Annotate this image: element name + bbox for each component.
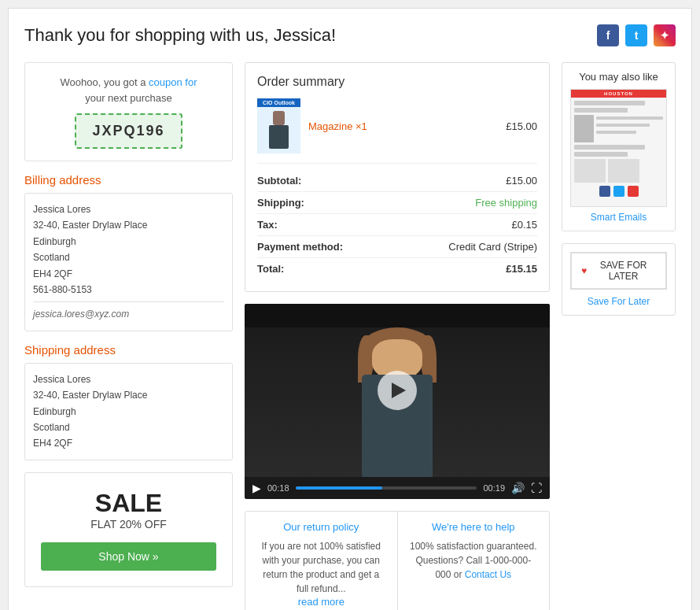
shipping-city: Edinburgh [33, 404, 224, 420]
total-label: Total: [257, 263, 284, 275]
payment-label: Payment method: [257, 241, 343, 253]
shop-now-button[interactable]: Shop Now » [41, 542, 216, 571]
video-controls: ▶ 00:18 00:19 🔊 ⛶ [245, 477, 550, 499]
save-for-later-button[interactable]: ♥ SAVE FOR LATER [570, 252, 667, 290]
coupon-code[interactable]: JXPQ196 [75, 113, 182, 149]
shipping-region: Scotland [33, 420, 224, 435]
shipping-address-box: Jessica Lores 32-40, Easter Drylaw Place… [24, 363, 233, 460]
sale-subtitle: FLAT 20% OFF [41, 518, 216, 531]
shipping-label: Shipping: [257, 197, 304, 209]
billing-address-box: Jessica Lores 32-40, Easter Drylaw Place… [24, 193, 233, 331]
video-progress-bar[interactable] [296, 486, 477, 490]
order-summary: Order summary CIO Outlook Magazine [245, 62, 550, 292]
video-time-total: 00:19 [483, 483, 505, 493]
right-panel: You may also like HOUSTON [562, 62, 676, 610]
billing-name: Jessica Lores [33, 201, 224, 217]
product-thumbnail[interactable]: HOUSTON [570, 89, 667, 207]
sale-box: SALE FLAT 20% OFF Shop Now » [24, 472, 233, 587]
coupon-link[interactable]: coupon for [149, 76, 197, 88]
product-name[interactable]: Smart Emails [570, 212, 667, 223]
video-progress-fill [296, 486, 383, 490]
policy-row: Our return policy If you are not 100% sa… [245, 511, 550, 610]
thumb-header: HOUSTON [571, 90, 666, 98]
you-may-like-section: You may also like HOUSTON [562, 62, 676, 231]
magazine-cover: CIO Outlook [257, 98, 300, 153]
billing-region: Scotland [33, 250, 224, 265]
full-layout: Woohoo, you got a coupon for your next p… [24, 62, 676, 610]
video-time-current: 00:18 [267, 483, 289, 493]
tax-value: £0.15 [511, 219, 537, 231]
thumb-body [571, 98, 666, 206]
help-col: We're here to help 100% satisfaction gua… [398, 512, 550, 610]
thumb-row-1 [574, 101, 645, 105]
svg-rect-1 [269, 125, 289, 149]
svg-rect-0 [273, 111, 285, 125]
total-value: £15.15 [506, 263, 537, 275]
subtotal-row: Subtotal: £15.00 [257, 170, 537, 192]
help-title: We're here to help [410, 521, 538, 533]
tax-row: Tax: £0.15 [257, 214, 537, 236]
magazine-person-svg [265, 111, 293, 150]
video-section: ▶ 00:18 00:19 🔊 ⛶ [245, 304, 550, 499]
magazine-header: CIO Outlook [257, 98, 300, 107]
shipping-section: Shipping address Jessica Lores 32-40, Ea… [24, 343, 233, 460]
thumb-row-4 [574, 152, 628, 157]
save-for-later-box: ♥ SAVE FOR LATER Save For Later [562, 243, 676, 316]
return-policy-link[interactable]: read more [286, 586, 356, 610]
return-policy-col: Our return policy If you are not 100% sa… [245, 512, 398, 610]
coupon-text: Woohoo, you got a coupon for your next p… [37, 75, 220, 105]
billing-postcode: EH4 2QF [33, 266, 224, 282]
billing-phone: 561-880-5153 [33, 282, 224, 298]
fullscreen-icon[interactable]: ⛶ [531, 482, 542, 494]
shipping-postcode: EH4 2QF [33, 435, 224, 451]
heart-icon: ♥ [581, 265, 587, 276]
shipping-address1: 32-40, Easter Drylaw Place [33, 387, 224, 403]
payment-row: Payment method: Credit Card (Stripe) [257, 236, 537, 258]
right-content: Order summary CIO Outlook Magazine [245, 62, 550, 610]
facebook-icon[interactable]: f [597, 24, 619, 46]
instagram-icon[interactable]: ✦ [654, 24, 676, 46]
order-item: CIO Outlook Magazine ×1 £15.00 [257, 98, 537, 164]
order-summary-title: Order summary [257, 75, 537, 89]
coupon-box: Woohoo, you got a coupon for your next p… [24, 62, 233, 161]
left-sidebar: Woohoo, you got a coupon for your next p… [24, 62, 233, 610]
video-play-button[interactable] [378, 371, 417, 410]
page-header: Thank you for shopping with us, Jessica!… [24, 24, 676, 46]
play-triangle-icon [392, 383, 406, 398]
payment-value: Credit Card (Stripe) [448, 241, 537, 253]
video-play-icon[interactable]: ▶ [252, 482, 261, 494]
you-may-like-title: You may also like [570, 71, 667, 83]
billing-title: Billing address [24, 173, 233, 187]
subtotal-label: Subtotal: [257, 175, 301, 187]
return-policy-title: Our return policy [257, 521, 385, 533]
volume-icon[interactable]: 🔊 [511, 482, 525, 494]
billing-section: Billing address Jessica Lores 32-40, Eas… [24, 173, 233, 331]
order-item-price: £15.00 [506, 120, 537, 132]
sale-title: SALE [41, 489, 216, 518]
order-item-name: Magazine ×1 [308, 120, 367, 132]
magazine-body [257, 107, 300, 153]
tax-label: Tax: [257, 219, 278, 231]
shipping-row: Shipping: Free shipping [257, 192, 537, 214]
page-wrapper: Thank you for shopping with us, Jessica!… [8, 8, 692, 610]
shipping-name: Jessica Lores [33, 372, 224, 387]
subtotal-value: £15.00 [506, 175, 537, 187]
video-placeholder[interactable] [245, 304, 550, 477]
twitter-icon[interactable]: t [625, 24, 647, 46]
shipping-value: Free shipping [475, 197, 537, 209]
page-title: Thank you for shopping with us, Jessica! [24, 25, 336, 46]
shipping-title: Shipping address [24, 343, 233, 357]
billing-address1: 32-40, Easter Drylaw Place [33, 217, 224, 233]
save-for-later-label[interactable]: Save For Later [570, 296, 667, 307]
help-text: 100% satisfaction guaranteed. Questions?… [410, 539, 538, 582]
contact-us-link[interactable]: Contact Us [465, 569, 511, 580]
thumb-row-2 [574, 108, 628, 113]
thumb-row-3 [574, 145, 645, 150]
billing-city: Edinburgh [33, 234, 224, 250]
billing-email: jessica.lores@xyz.com [33, 301, 224, 322]
social-icons: f t ✦ [597, 24, 676, 46]
total-row: Total: £15.15 [257, 258, 537, 279]
